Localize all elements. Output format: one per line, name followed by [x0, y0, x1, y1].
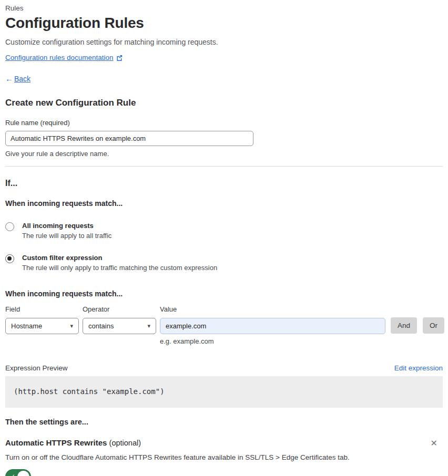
documentation-link[interactable]: Configuration rules documentation [5, 54, 123, 61]
chevron-down-icon: ▾ [147, 323, 150, 329]
radio-option-label: Custom filter expression [22, 254, 217, 262]
expression-preview-code: (http.host contains "example.com") [5, 376, 443, 408]
operator-select-value: contains [88, 322, 114, 330]
create-rule-heading: Create new Configuration Rule [5, 98, 443, 108]
setting-title: Automatic HTTPS Rewrites (optional) [5, 438, 141, 447]
edit-expression-link[interactable]: Edit expression [394, 364, 443, 372]
expression-preview-label: Expression Preview [5, 364, 68, 372]
back-arrow-icon: ← [5, 74, 13, 83]
documentation-link-label: Configuration rules documentation [5, 54, 114, 61]
radio-button-unselected[interactable] [5, 222, 14, 231]
radio-option-label: All incoming requests [22, 222, 111, 230]
builder-heading: When incoming requests match... [5, 289, 443, 298]
rule-name-input[interactable] [5, 131, 253, 146]
back-link-label: Back [14, 75, 30, 83]
breadcrumb: Rules [5, 4, 443, 12]
rule-name-label: Rule name (required) [5, 119, 443, 127]
radio-option-description: The rule will apply to all traffic [22, 232, 111, 240]
automatic-https-rewrites-toggle[interactable]: ✓ [5, 469, 31, 476]
if-heading: If... [5, 179, 443, 188]
field-select-value: Hostname [11, 322, 42, 330]
page-title: Configuration Rules [5, 15, 443, 32]
or-button[interactable]: Or [423, 317, 444, 334]
value-label: Value [160, 305, 385, 313]
operator-label: Operator [83, 305, 156, 313]
radio-option-description: The rule will only apply to traffic matc… [22, 264, 217, 272]
toggle-knob[interactable] [17, 471, 29, 476]
radio-option-custom-filter[interactable]: Custom filter expression The rule will o… [5, 254, 443, 272]
radio-button-selected[interactable] [5, 254, 14, 263]
value-input[interactable] [160, 318, 385, 334]
then-settings-heading: Then the settings are... [5, 418, 443, 426]
operator-select[interactable]: contains ▾ [83, 318, 156, 334]
chevron-down-icon: ▾ [70, 323, 73, 329]
setting-name: Automatic HTTPS Rewrites [5, 438, 107, 447]
value-hint: e.g. example.com [160, 337, 385, 345]
rule-name-help: Give your rule a descriptive name. [5, 150, 443, 158]
radio-option-all-incoming[interactable]: All incoming requests The rule will appl… [5, 222, 443, 240]
setting-description: Turn on or off the Cloudflare Automatic … [5, 453, 443, 461]
back-link[interactable]: ← Back [5, 74, 30, 83]
close-icon[interactable]: ✕ [429, 438, 440, 449]
field-label: Field [5, 305, 79, 313]
configuration-rules-page: Rules Configuration Rules Customize conf… [0, 0, 448, 476]
page-subtitle: Customize configuration settings for mat… [5, 38, 443, 46]
external-link-icon [116, 55, 123, 61]
expression-builder: Field Hostname ▾ Operator contains ▾ Val… [5, 305, 443, 345]
match-label: When incoming requests match... [5, 199, 443, 208]
field-select[interactable]: Hostname ▾ [5, 318, 79, 334]
and-button[interactable]: And [391, 317, 417, 334]
check-icon: ✓ [10, 473, 15, 476]
setting-optional-label: (optional) [109, 439, 141, 447]
section-divider [5, 166, 443, 167]
